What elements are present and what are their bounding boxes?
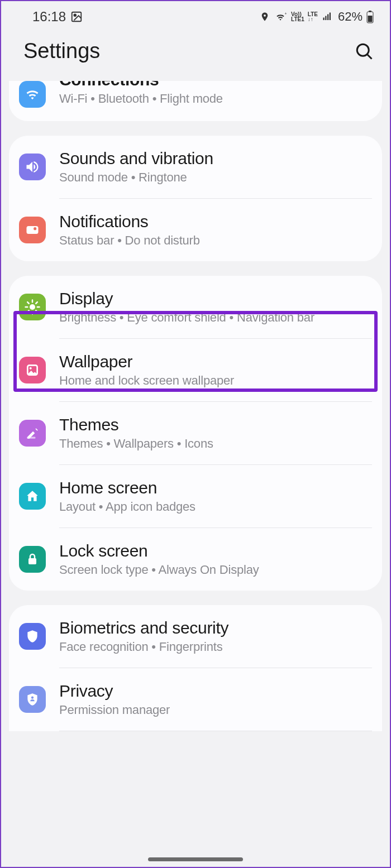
status-time: 16:18 (32, 9, 66, 25)
item-text: Biometrics and security Face recognition… (59, 618, 372, 654)
image-icon (70, 11, 83, 23)
svg-line-21 (27, 310, 29, 312)
svg-point-14 (30, 304, 35, 310)
item-text: Home screen Layout • App icon badges (59, 478, 372, 514)
svg-rect-8 (368, 16, 373, 22)
svg-point-13 (34, 227, 36, 230)
settings-group: Biometrics and security Face recognition… (9, 605, 382, 731)
settings-item-notifications[interactable]: Notifications Status bar • Do not distur… (9, 199, 382, 261)
status-bar-left: 16:18 (32, 9, 83, 25)
wallpaper-icon (19, 357, 46, 383)
nav-pill[interactable] (148, 857, 243, 861)
item-text: Privacy Permission manager (59, 682, 372, 717)
settings-item-connections[interactable]: Connections Wi-Fi • Bluetooth • Flight m… (9, 81, 382, 121)
item-subtitle: Sound mode • Ringtone (59, 170, 372, 185)
settings-group: Sounds and vibration Sound mode • Ringto… (9, 136, 382, 261)
item-title: Lock screen (59, 541, 372, 560)
settings-item-display[interactable]: Display Brightness • Eye comfort shield … (9, 276, 382, 338)
svg-rect-4 (325, 16, 326, 21)
settings-item-themes[interactable]: Themes Themes • Wallpapers • Icons (9, 402, 382, 464)
settings-item-wallpaper[interactable]: Wallpaper Home and lock screen wallpaper (9, 339, 382, 401)
item-subtitle: Permission manager (59, 703, 372, 717)
item-title: Privacy (59, 682, 372, 701)
wifi-icon (19, 81, 46, 108)
shield-icon (19, 623, 46, 650)
header: Settings (1, 29, 390, 81)
battery-percent: 62% (338, 9, 363, 24)
item-text: Sounds and vibration Sound mode • Ringto… (59, 149, 372, 185)
svg-line-19 (27, 302, 29, 304)
divider (59, 731, 372, 731)
svg-rect-5 (327, 15, 328, 21)
wifi-icon: + (273, 11, 288, 22)
svg-line-11 (368, 54, 372, 59)
svg-rect-25 (27, 437, 35, 439)
svg-rect-9 (369, 11, 371, 12)
lock-icon (19, 546, 46, 573)
volte-indicator: Vo))LTE1 (291, 12, 304, 22)
settings-group: Connections Wi-Fi • Bluetooth • Flight m… (9, 81, 382, 121)
item-subtitle: Face recognition • Fingerprints (59, 640, 372, 654)
privacy-icon (19, 686, 46, 713)
item-text: Themes Themes • Wallpapers • Icons (59, 415, 372, 451)
svg-point-24 (30, 367, 32, 370)
settings-item-sounds[interactable]: Sounds and vibration Sound mode • Ringto… (9, 136, 382, 198)
item-title: Wallpaper (59, 352, 372, 371)
item-subtitle: Status bar • Do not disturb (59, 233, 372, 248)
item-text: Wallpaper Home and lock screen wallpaper (59, 352, 372, 388)
item-subtitle: Brightness • Eye comfort shield • Naviga… (59, 310, 372, 325)
svg-text:+: + (285, 12, 287, 16)
item-subtitle: Home and lock screen wallpaper (59, 373, 372, 388)
battery-icon (366, 10, 374, 23)
svg-rect-12 (27, 226, 39, 234)
settings-item-lock-screen[interactable]: Lock screen Screen lock type • Always On… (9, 528, 382, 591)
svg-point-1 (74, 14, 76, 16)
item-text: Connections Wi-Fi • Bluetooth • Flight m… (59, 83, 372, 106)
item-subtitle: Layout • App icon badges (59, 500, 372, 514)
settings-group: Display Brightness • Eye comfort shield … (9, 276, 382, 591)
page-title: Settings (23, 39, 100, 63)
location-icon (260, 11, 270, 23)
item-text: Lock screen Screen lock type • Always On… (59, 541, 372, 577)
item-title: Display (59, 289, 372, 308)
item-subtitle: Wi-Fi • Bluetooth • Flight mode (59, 92, 372, 106)
svg-point-27 (31, 697, 34, 699)
home-icon (19, 483, 46, 510)
settings-item-home-screen[interactable]: Home screen Layout • App icon badges (9, 465, 382, 527)
item-title: Home screen (59, 478, 372, 497)
svg-point-10 (357, 44, 369, 56)
themes-icon (19, 420, 46, 447)
notification-icon (19, 217, 46, 243)
status-bar: 16:18 + Vo))LTE1 LTE↓↑ 62% (1, 1, 390, 29)
item-text: Notifications Status bar • Do not distur… (59, 212, 372, 248)
item-text: Display Brightness • Eye comfort shield … (59, 289, 372, 325)
svg-rect-3 (323, 18, 324, 21)
status-bar-right: + Vo))LTE1 LTE↓↑ 62% (260, 9, 374, 24)
item-subtitle: Themes • Wallpapers • Icons (59, 437, 372, 451)
item-title: Notifications (59, 212, 372, 231)
brightness-icon (19, 294, 46, 320)
settings-item-privacy[interactable]: Privacy Permission manager (9, 668, 382, 731)
item-title: Themes (59, 415, 372, 434)
svg-rect-6 (330, 13, 331, 21)
item-subtitle: Screen lock type • Always On Display (59, 563, 372, 577)
item-title: Connections (59, 81, 372, 89)
item-title: Biometrics and security (59, 618, 372, 637)
sound-icon (19, 154, 46, 180)
item-title: Sounds and vibration (59, 149, 372, 168)
svg-line-20 (36, 310, 37, 312)
svg-line-22 (36, 302, 37, 304)
signal-icon (321, 12, 333, 22)
lte-indicator: LTE↓↑ (308, 12, 318, 22)
settings-item-biometrics[interactable]: Biometrics and security Face recognition… (9, 605, 382, 668)
search-icon[interactable] (354, 41, 374, 61)
svg-rect-26 (28, 558, 36, 564)
